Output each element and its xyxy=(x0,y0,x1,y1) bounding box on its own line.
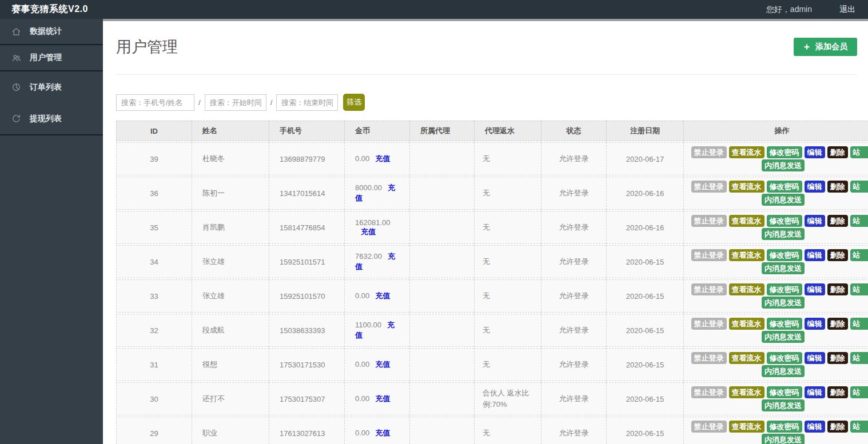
cell-agent xyxy=(409,245,474,278)
recharge-link[interactable]: 充值 xyxy=(361,227,376,236)
change-password-button[interactable]: 修改密码 xyxy=(767,421,802,433)
recharge-link[interactable]: 充值 xyxy=(375,360,390,369)
edit-button[interactable]: 编辑 xyxy=(805,215,825,227)
forbid-login-button[interactable]: 禁止登录 xyxy=(691,283,727,295)
recharge-link[interactable]: 充值 xyxy=(375,291,390,300)
view-flow-button[interactable]: 查看流水 xyxy=(729,181,765,193)
forbid-login-button[interactable]: 禁止登录 xyxy=(691,146,727,158)
change-password-button[interactable]: 修改密码 xyxy=(767,318,802,330)
change-password-button[interactable]: 修改密码 xyxy=(767,146,802,158)
delete-button[interactable]: 删除 xyxy=(827,386,848,398)
send-message-button[interactable]: 内消息发送 xyxy=(762,399,805,411)
forbid-login-button[interactable]: 禁止登录 xyxy=(691,386,727,398)
send-message-button[interactable]: 内消息发送 xyxy=(762,159,805,171)
send-message-button[interactable]: 内消息发送 xyxy=(762,331,805,343)
change-password-button[interactable]: 修改密码 xyxy=(767,181,802,193)
edit-button[interactable]: 编辑 xyxy=(805,249,825,261)
send-message-button[interactable]: 内消息发送 xyxy=(762,262,805,274)
edit-button[interactable]: 编辑 xyxy=(805,318,825,330)
send-message-button[interactable]: 站 xyxy=(850,352,868,364)
header-status: 状态 xyxy=(541,121,606,141)
filter-submit-button[interactable]: 筛选 xyxy=(343,94,365,111)
delete-button[interactable]: 删除 xyxy=(827,352,848,364)
search-start-time-input[interactable] xyxy=(205,94,266,111)
recharge-link[interactable]: 充值 xyxy=(375,429,390,437)
cell-coins: 0.00充值 xyxy=(344,417,409,444)
send-message-button[interactable]: 内消息发送 xyxy=(762,228,805,240)
recharge-link[interactable]: 充值 xyxy=(375,154,390,163)
cell-phone: 15925101570 xyxy=(269,279,344,313)
edit-button[interactable]: 编辑 xyxy=(805,421,825,433)
edit-button[interactable]: 编辑 xyxy=(805,386,825,398)
view-flow-button[interactable]: 查看流水 xyxy=(729,318,765,330)
delete-button[interactable]: 删除 xyxy=(827,283,848,295)
forbid-login-button[interactable]: 禁止登录 xyxy=(691,215,727,227)
edit-button[interactable]: 编辑 xyxy=(805,352,825,364)
change-password-button[interactable]: 修改密码 xyxy=(767,386,802,398)
send-message-button[interactable]: 站 xyxy=(850,215,868,227)
home-icon xyxy=(11,27,21,37)
view-flow-button[interactable]: 查看流水 xyxy=(729,283,765,295)
cell-agent xyxy=(409,279,474,313)
send-message-button[interactable]: 站 xyxy=(850,283,868,295)
view-flow-button[interactable]: 查看流水 xyxy=(729,386,765,398)
sidebar-item-data-stats[interactable]: 数据统计 xyxy=(0,19,103,44)
sidebar-item-user-management[interactable]: 用户管理 xyxy=(0,45,103,70)
delete-button[interactable]: 删除 xyxy=(827,318,848,330)
coin-amount: 8000.00 xyxy=(355,183,382,192)
send-message-button[interactable]: 站 xyxy=(850,249,868,261)
delete-button[interactable]: 删除 xyxy=(827,249,848,261)
cell-actions: 禁止登录查看流水修改密码编辑删除站内消息发送 xyxy=(683,417,868,444)
send-message-button[interactable]: 站 xyxy=(850,421,868,433)
forbid-login-button[interactable]: 禁止登录 xyxy=(691,249,727,261)
change-password-button[interactable]: 修改密码 xyxy=(767,215,802,227)
cell-name: 肖凯鹏 xyxy=(192,211,269,244)
recharge-link[interactable]: 充值 xyxy=(375,394,390,403)
edit-button[interactable]: 编辑 xyxy=(805,146,825,158)
change-password-button[interactable]: 修改密码 xyxy=(767,283,802,295)
send-message-button[interactable]: 站 xyxy=(850,146,868,158)
delete-button[interactable]: 删除 xyxy=(827,421,848,433)
cell-agent xyxy=(409,348,474,381)
cell-rebate: 无 xyxy=(474,279,541,313)
delete-button[interactable]: 删除 xyxy=(827,181,848,193)
send-message-button[interactable]: 站 xyxy=(850,386,868,398)
search-end-time-input[interactable] xyxy=(276,94,338,111)
forbid-login-button[interactable]: 禁止登录 xyxy=(691,181,727,193)
view-flow-button[interactable]: 查看流水 xyxy=(729,421,765,433)
sidebar-item-label: 数据统计 xyxy=(30,26,62,37)
view-flow-button[interactable]: 查看流水 xyxy=(729,352,765,364)
add-member-button[interactable]: 添加会员 xyxy=(794,38,857,56)
send-message-button[interactable]: 站 xyxy=(850,181,868,193)
cell-date: 2020-06-15 xyxy=(606,348,683,381)
cell-agent xyxy=(409,211,474,244)
forbid-login-button[interactable]: 禁止登录 xyxy=(691,421,727,433)
edit-button[interactable]: 编辑 xyxy=(805,181,825,193)
forbid-login-button[interactable]: 禁止登录 xyxy=(691,318,727,330)
send-message-button[interactable]: 内消息发送 xyxy=(762,434,805,444)
forbid-login-button[interactable]: 禁止登录 xyxy=(691,352,727,364)
coin-amount: 0.00 xyxy=(355,394,369,403)
table-header-row: ID 姓名 手机号 金币 所属代理 代理返水 状态 注册日期 操作 xyxy=(116,121,868,141)
sidebar-item-withdraw-list[interactable]: 提现列表 xyxy=(0,103,103,134)
delete-button[interactable]: 删除 xyxy=(827,215,848,227)
view-flow-button[interactable]: 查看流水 xyxy=(729,215,765,227)
view-flow-button[interactable]: 查看流水 xyxy=(729,249,765,261)
delete-button[interactable]: 删除 xyxy=(827,146,848,158)
send-message-button[interactable]: 内消息发送 xyxy=(762,365,805,377)
sidebar-item-order-list[interactable]: 订单列表 xyxy=(0,71,103,103)
edit-button[interactable]: 编辑 xyxy=(805,283,825,295)
send-message-button[interactable]: 内消息发送 xyxy=(762,194,805,206)
cell-status: 允许登录 xyxy=(541,211,606,244)
coin-amount: 7632.00 xyxy=(355,252,382,261)
coin-amount: 162081.00 xyxy=(355,218,390,227)
logout-button[interactable]: 退出 xyxy=(839,5,855,15)
view-flow-button[interactable]: 查看流水 xyxy=(729,146,765,158)
send-message-button[interactable]: 站 xyxy=(850,318,868,330)
cell-date: 2020-06-16 xyxy=(606,211,683,244)
change-password-button[interactable]: 修改密码 xyxy=(767,352,802,364)
send-message-button[interactable]: 内消息发送 xyxy=(762,297,805,309)
search-keyword-input[interactable] xyxy=(116,94,194,111)
change-password-button[interactable]: 修改密码 xyxy=(767,249,802,261)
table-body: 39 杜晓冬 13698879779 0.00充值 无 允许登录 2020-06… xyxy=(116,142,868,444)
